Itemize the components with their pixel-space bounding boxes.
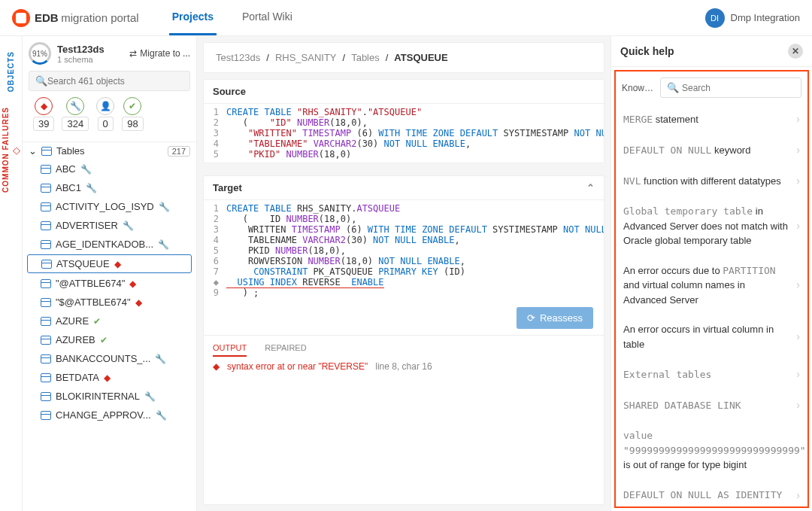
table-row[interactable]: AZURE ✔ xyxy=(23,312,196,330)
source-header: Source xyxy=(204,80,604,104)
crumb-type[interactable]: Tables xyxy=(351,52,380,63)
error-icon: ◆ xyxy=(213,361,220,372)
main-content: Test123ds / RHS_SANITY / Tables / ATSQUE… xyxy=(197,36,611,511)
kb-item[interactable]: MERGE statement› xyxy=(622,104,801,135)
nav-tab-projects[interactable]: Projects xyxy=(169,0,217,35)
kb-item[interactable]: NVL function with different datatypes› xyxy=(622,166,801,196)
table-name: "@ATTBLE674" xyxy=(56,278,125,289)
check-icon[interactable]: ✔ xyxy=(123,97,141,115)
table-name: "$@ATTBLE674" xyxy=(56,297,131,308)
tab-repaired[interactable]: REPAIRED xyxy=(265,340,306,357)
table-icon xyxy=(41,202,51,211)
table-row[interactable]: "$@ATTBLE674" ◆ xyxy=(23,293,196,312)
table-row[interactable]: BLOKIRINTERNAL 🔧 xyxy=(23,387,196,406)
table-icon xyxy=(41,411,51,420)
table-name: ATSQUEUE xyxy=(56,258,110,269)
reassess-button[interactable]: ⟳ Reassess xyxy=(517,307,593,329)
kb-item[interactable]: DEFAULT ON NULL keyword› xyxy=(622,135,801,166)
project-header: 91% Test123ds 1 schema ⇄ Migrate to ... xyxy=(29,42,190,65)
search-icon: 🔍 xyxy=(667,82,679,93)
table-icon xyxy=(41,165,51,174)
kb-item[interactable]: DEFAULT ON NULL AS IDENTITY› xyxy=(622,480,801,509)
tab-output[interactable]: OUTPUT xyxy=(213,340,247,357)
crumb-schema[interactable]: RHS_SANITY xyxy=(275,52,337,63)
project-title: Test123ds xyxy=(57,44,105,55)
kb-item[interactable]: Global temporary table in Advanced Serve… xyxy=(622,196,801,256)
nav-tab-wiki[interactable]: Portal Wiki xyxy=(239,0,295,35)
stat-person: 0 xyxy=(98,117,114,131)
table-row[interactable]: ADVERTISER 🔧 xyxy=(23,216,196,235)
search-input[interactable] xyxy=(47,76,183,87)
kb-item[interactable]: An error occurs due to PARTITION and vir… xyxy=(622,256,801,315)
user-menu[interactable]: DI Dmp Integration xyxy=(705,8,801,28)
table-row[interactable]: BETDATA ◆ xyxy=(23,368,196,387)
kb-search[interactable]: 🔍 xyxy=(660,78,801,98)
chevron-right-icon: › xyxy=(796,397,800,413)
rail-common-failures[interactable]: COMMON FAILURES ◇ xyxy=(2,107,20,193)
table-row[interactable]: ABC1 🔧 xyxy=(23,178,196,197)
table-icon xyxy=(41,317,51,326)
migrate-button[interactable]: ⇄ Migrate to ... xyxy=(129,48,190,59)
kb-item[interactable]: External tables› xyxy=(622,359,801,390)
table-icon xyxy=(41,184,51,193)
table-name: AGE_IDENTKADOB... xyxy=(56,239,153,250)
wrench-icon[interactable]: 🔧 xyxy=(66,97,84,115)
tree-tables-header[interactable]: ⌄ Tables 217 xyxy=(23,142,196,160)
table-row[interactable]: "@ATTBLE674" ◆ xyxy=(23,274,196,293)
stat-wrench: 324 xyxy=(62,117,89,131)
quick-help-panel: Quick help ✕ Knowledge ... ⌄ 🔍 MERGE sta… xyxy=(611,36,812,511)
table-row[interactable]: AGE_IDENTKADOB... 🔧 xyxy=(23,235,196,254)
kb-item[interactable]: SHARED DATABASE LINK› xyxy=(622,390,801,421)
table-row[interactable]: BANKACCOUNTS_... 🔧 xyxy=(23,349,196,368)
table-icon xyxy=(41,147,52,156)
person-icon[interactable]: 👤 xyxy=(96,97,114,115)
breadcrumb: Test123ds / RHS_SANITY / Tables / ATSQUE… xyxy=(203,42,604,73)
chevron-right-icon: › xyxy=(796,367,800,382)
error-text: syntax error at or near "REVERSE" xyxy=(227,361,368,372)
table-name: ABC xyxy=(56,163,76,175)
table-name: AZUREB xyxy=(56,334,95,345)
table-icon xyxy=(41,279,51,288)
table-name: ABC1 xyxy=(56,182,81,193)
chevron-right-icon: › xyxy=(796,218,800,234)
kb-search-input[interactable] xyxy=(682,83,795,93)
brand-logo: EDB migration portal xyxy=(12,9,139,27)
chevron-up-icon[interactable]: ⌃ xyxy=(586,182,595,193)
object-search[interactable]: 🔍 xyxy=(29,71,190,91)
search-icon: 🔍 xyxy=(35,75,47,87)
table-icon xyxy=(41,373,51,382)
rail-objects[interactable]: OBJECTS xyxy=(7,51,15,92)
object-tree: ⌄ Tables 217 ABC 🔧ABC1 🔧ACTIVITY_LOG_ISY… xyxy=(23,142,196,511)
error-icon[interactable]: ◆ xyxy=(35,97,53,115)
chevron-right-icon: › xyxy=(796,329,800,345)
table-row[interactable]: AZUREB ✔ xyxy=(23,330,196,349)
target-code[interactable]: 1CREATE TABLE RHS_SANITY.ATSQUEUE2 ( ID … xyxy=(204,200,604,301)
nav-tabs: Projects Portal Wiki xyxy=(169,0,295,35)
stat-check: 98 xyxy=(122,117,143,131)
table-row[interactable]: ABC 🔧 xyxy=(23,160,196,178)
chevron-right-icon: › xyxy=(796,142,800,158)
project-sub: 1 schema xyxy=(57,55,105,64)
close-icon[interactable]: ✕ xyxy=(788,44,803,59)
stats-row: ◆39 🔧324 👤0 ✔98 xyxy=(29,91,190,137)
table-row[interactable]: CHANGE_APPROV... 🔧 xyxy=(23,406,196,424)
table-row[interactable]: ATSQUEUE ◆ xyxy=(27,254,192,273)
avatar: DI xyxy=(705,8,725,28)
table-name: ADVERTISER xyxy=(56,220,118,231)
crumb-project[interactable]: Test123ds xyxy=(216,52,260,63)
source-code[interactable]: 1CREATE TABLE "RHS_SANITY"."ATSQUEUE"2 (… xyxy=(204,104,604,163)
logo-icon xyxy=(12,9,30,27)
kb-item[interactable]: value "99999999999999999999999999999" is… xyxy=(622,421,801,480)
quick-help-title: Quick help xyxy=(620,45,674,57)
chevron-right-icon: › xyxy=(796,277,800,293)
table-name: BETDATA xyxy=(56,372,99,383)
kb-item[interactable]: An error occurs in virtual column in tab… xyxy=(622,315,801,359)
table-name: BANKACCOUNTS_... xyxy=(56,353,150,364)
output-message: ◆ syntax error at or near "REVERSE" line… xyxy=(204,357,604,376)
app-header: EDB migration portal Projects Portal Wik… xyxy=(0,0,812,36)
table-row[interactable]: ACTIVITY_LOG_ISYD 🔧 xyxy=(23,197,196,216)
kb-dropdown[interactable]: Knowledge ... ⌄ xyxy=(622,83,654,93)
tables-count: 217 xyxy=(168,146,190,157)
table-icon xyxy=(41,354,51,363)
diamond-icon: ◇ xyxy=(13,144,20,156)
